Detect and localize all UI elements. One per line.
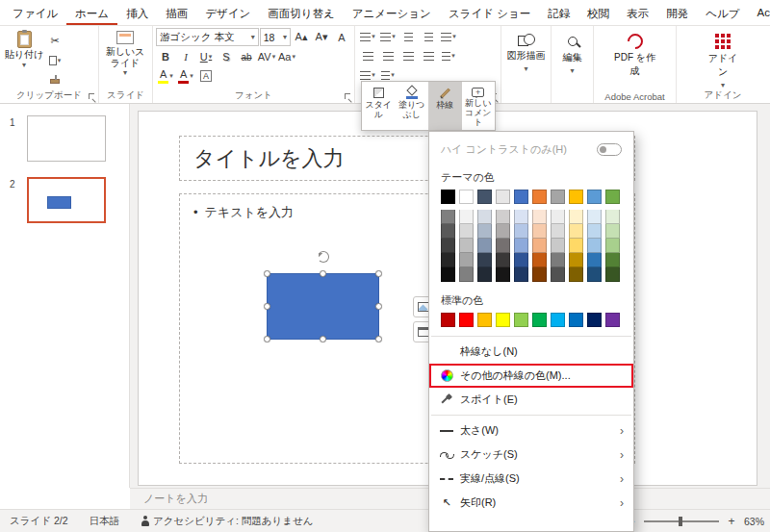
color-swatch[interactable] bbox=[496, 253, 510, 267]
editing-button[interactable]: 編集 ▾ bbox=[554, 28, 590, 89]
color-swatch[interactable] bbox=[441, 253, 455, 267]
color-swatch[interactable] bbox=[532, 224, 547, 239]
color-swatch[interactable] bbox=[587, 224, 602, 239]
zoom-slider[interactable] bbox=[644, 520, 719, 522]
resize-handle-s[interactable] bbox=[320, 336, 326, 342]
color-swatch[interactable] bbox=[551, 267, 565, 282]
align-right-button[interactable] bbox=[398, 47, 418, 64]
color-swatch[interactable] bbox=[477, 253, 492, 267]
resize-handle-w[interactable] bbox=[264, 303, 270, 310]
rotate-handle-icon[interactable] bbox=[318, 251, 329, 263]
color-swatch[interactable] bbox=[587, 313, 602, 327]
color-swatch[interactable] bbox=[459, 239, 474, 253]
resize-handle-sw[interactable] bbox=[264, 336, 270, 342]
dialog-launcher-icon[interactable] bbox=[88, 92, 96, 101]
menu-item-no-outline[interactable]: 枠線なし(N) bbox=[429, 340, 633, 364]
color-swatch[interactable] bbox=[551, 224, 565, 239]
tab-animations[interactable]: アニメーション bbox=[344, 0, 440, 25]
font-size-combo[interactable]: 18 ▾ bbox=[260, 28, 291, 46]
color-swatch[interactable] bbox=[459, 267, 474, 282]
color-swatch[interactable] bbox=[532, 313, 547, 327]
color-swatch[interactable] bbox=[551, 190, 565, 204]
bold-button[interactable]: B bbox=[156, 48, 175, 65]
align-center-button[interactable] bbox=[378, 47, 398, 64]
resize-handle-e[interactable] bbox=[375, 303, 382, 310]
decrease-indent-button[interactable] bbox=[398, 28, 418, 45]
color-swatch[interactable] bbox=[551, 313, 565, 327]
menu-item-dashes[interactable]: 実線/点線(S) › bbox=[429, 467, 633, 491]
color-swatch[interactable] bbox=[496, 210, 510, 224]
color-swatch[interactable] bbox=[532, 239, 547, 253]
color-swatch[interactable] bbox=[514, 239, 528, 253]
color-swatch[interactable] bbox=[441, 313, 455, 327]
color-swatch[interactable] bbox=[514, 210, 528, 224]
color-swatch[interactable] bbox=[532, 253, 547, 267]
color-swatch[interactable] bbox=[551, 210, 565, 224]
color-swatch[interactable] bbox=[587, 267, 602, 282]
shape-style-button[interactable]: スタイル bbox=[362, 82, 396, 130]
justify-button[interactable] bbox=[419, 47, 438, 64]
color-swatch[interactable] bbox=[605, 224, 620, 239]
dialog-launcher-icon[interactable] bbox=[344, 92, 352, 101]
color-swatch[interactable] bbox=[477, 224, 492, 239]
color-swatch[interactable] bbox=[587, 239, 602, 253]
tab-view[interactable]: 表示 bbox=[618, 0, 657, 25]
color-swatch[interactable] bbox=[605, 210, 620, 224]
zoom-slider-thumb[interactable] bbox=[679, 517, 682, 526]
resize-handle-n[interactable] bbox=[320, 270, 326, 277]
align-left-button[interactable] bbox=[358, 47, 377, 64]
color-swatch[interactable] bbox=[605, 267, 620, 282]
color-swatch[interactable] bbox=[477, 239, 492, 253]
increase-font-button[interactable]: A▴ bbox=[292, 29, 311, 46]
color-swatch[interactable] bbox=[605, 313, 620, 327]
color-swatch[interactable] bbox=[459, 224, 474, 239]
high-contrast-only-row[interactable]: ハイ コントラストのみ(H) bbox=[429, 134, 633, 165]
color-swatch[interactable] bbox=[587, 190, 602, 204]
tab-record[interactable]: 記録 bbox=[539, 0, 578, 25]
tab-insert[interactable]: 挿入 bbox=[117, 0, 157, 25]
new-slide-button[interactable]: 新しいスライド ▾ bbox=[102, 28, 148, 89]
color-swatch[interactable] bbox=[569, 224, 583, 239]
tab-file[interactable]: ファイル bbox=[4, 0, 66, 25]
color-swatch[interactable] bbox=[441, 190, 455, 204]
color-swatch[interactable] bbox=[514, 253, 528, 267]
tab-help[interactable]: ヘルプ bbox=[697, 0, 748, 25]
color-swatch[interactable] bbox=[441, 267, 455, 282]
tab-developer[interactable]: 開発 bbox=[657, 0, 697, 25]
color-swatch[interactable] bbox=[441, 210, 455, 224]
color-swatch[interactable] bbox=[587, 210, 602, 224]
bullets-button[interactable]: ▾ bbox=[358, 28, 377, 45]
color-swatch[interactable] bbox=[477, 210, 492, 224]
color-swatch[interactable] bbox=[605, 190, 620, 204]
tab-design[interactable]: デザイン bbox=[196, 0, 259, 25]
zoom-level[interactable]: 63% bbox=[744, 516, 764, 527]
color-swatch[interactable] bbox=[441, 239, 455, 253]
color-swatch[interactable] bbox=[459, 313, 474, 327]
color-swatch[interactable] bbox=[532, 267, 547, 282]
resize-handle-nw[interactable] bbox=[264, 270, 270, 277]
strikethrough-button[interactable]: ab bbox=[237, 48, 256, 65]
decrease-font-button[interactable]: A▾ bbox=[312, 29, 331, 46]
text-shadow-button[interactable]: S bbox=[217, 48, 236, 65]
addins-button[interactable]: アドイン ▾ bbox=[680, 28, 766, 89]
menu-item-arrows[interactable]: ↖ 矢印(R) › bbox=[429, 491, 633, 515]
underline-button[interactable]: U▾ bbox=[196, 48, 216, 65]
menu-item-more-outline-colors[interactable]: その他の枠線の色(M)... bbox=[429, 364, 633, 388]
menu-item-weight[interactable]: 太さ(W) › bbox=[429, 418, 633, 443]
clear-formatting-button[interactable]: A bbox=[332, 29, 351, 46]
paste-button[interactable]: 貼り付け ▾ bbox=[3, 28, 45, 89]
increase-indent-button[interactable] bbox=[419, 28, 438, 45]
color-swatch[interactable] bbox=[441, 224, 455, 239]
create-pdf-button[interactable]: PDF を作成 bbox=[597, 28, 673, 89]
color-swatch[interactable] bbox=[459, 190, 474, 204]
selected-rectangle-shape[interactable] bbox=[267, 273, 379, 340]
accessibility-status[interactable]: アクセシビリティ: 問題ありません bbox=[141, 515, 314, 528]
color-swatch[interactable] bbox=[569, 210, 583, 224]
color-swatch[interactable] bbox=[587, 253, 602, 267]
menu-item-sketch[interactable]: スケッチ(S) › bbox=[429, 443, 633, 467]
color-swatch[interactable] bbox=[459, 210, 474, 224]
tab-acrobat[interactable]: Acrobat bbox=[749, 0, 770, 25]
shape-outline-button[interactable]: 枠線 bbox=[428, 82, 462, 130]
color-swatch[interactable] bbox=[551, 253, 565, 267]
color-swatch[interactable] bbox=[496, 267, 510, 282]
